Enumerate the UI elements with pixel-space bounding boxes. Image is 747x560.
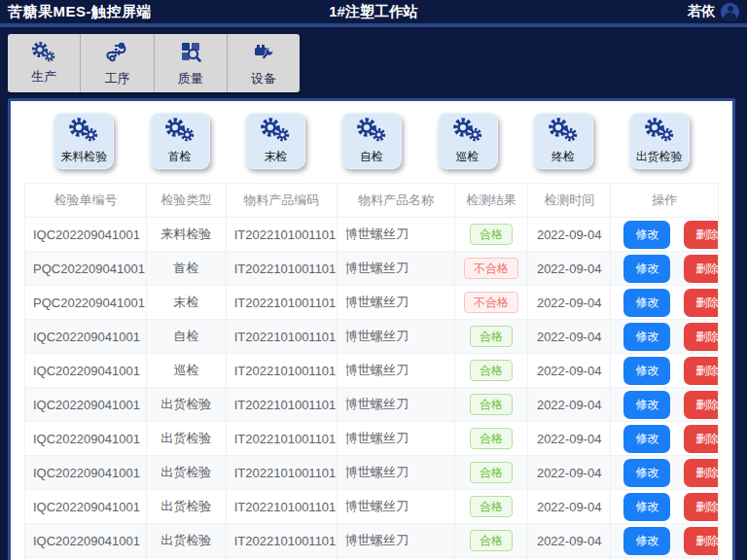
edit-button[interactable]: 修改 — [623, 391, 670, 419]
nav-item-生产[interactable]: 生产 — [8, 34, 81, 92]
delete-button[interactable]: 删除 — [684, 527, 718, 555]
cell-result: 合格 — [455, 354, 528, 388]
table-row: IQC202209041001 出货检验 IT2022101001101 博世螺… — [25, 490, 719, 524]
gears-icon — [163, 114, 196, 148]
delete-button[interactable]: 删除 — [684, 459, 718, 487]
gears-icon — [451, 114, 484, 148]
table-row: IQC202209041001 巡检 IT2022101001101 博世螺丝刀… — [25, 354, 719, 388]
cell-operation: 修改 删除 — [611, 218, 719, 252]
cell-time: 2022-09-04 — [527, 524, 611, 558]
header-operation: 操作 — [611, 184, 719, 218]
cell-result: 合格 — [455, 456, 528, 490]
cell-code: IT2022101001101 — [226, 252, 337, 286]
cell-code: IT2022101001101 — [226, 354, 337, 388]
table-row: IQC202209041001 出货检验 IT2022101001101 博世螺… — [25, 388, 719, 422]
gears-icon — [259, 114, 292, 148]
edit-button[interactable]: 修改 — [623, 255, 670, 283]
table-row: IQC202209041001 出货检验 IT2022101001101 博世螺… — [25, 422, 719, 456]
edit-button[interactable]: 修改 — [623, 425, 670, 453]
result-badge: 合格 — [470, 428, 513, 449]
table-row: IQC202209041001 出货检验 IT2022101001101 博世螺… — [25, 456, 719, 490]
username-label: 若依 — [688, 3, 715, 20]
cell-name: 博世螺丝刀 — [337, 422, 454, 456]
cell-result: 合格 — [455, 422, 528, 456]
header-order: 检验单编号 — [25, 184, 147, 218]
edit-button[interactable]: 修改 — [623, 493, 670, 521]
cell-time: 2022-09-04 — [527, 456, 611, 490]
cell-result: 合格 — [455, 490, 528, 524]
gears-icon — [31, 41, 56, 65]
cell-name: 博世螺丝刀 — [337, 252, 454, 286]
delete-button[interactable]: 删除 — [684, 255, 718, 283]
delete-button[interactable]: 删除 — [684, 425, 718, 453]
result-badge: 不合格 — [464, 258, 518, 279]
nav-item-质量[interactable]: 质量 — [155, 34, 228, 92]
cell-name: 博世螺丝刀 — [337, 320, 454, 354]
delete-button[interactable]: 删除 — [684, 493, 718, 521]
app-title: 苦糖果MES-触控屏端 — [8, 3, 152, 21]
content-panel: 来料检验 首检 末检 自检 — [8, 98, 735, 560]
inspection-button-自检[interactable]: 自检 — [341, 113, 402, 169]
header-result: 检测结果 — [455, 184, 528, 218]
cell-time: 2022-09-04 — [527, 388, 611, 422]
inspection-button-巡检[interactable]: 巡检 — [438, 113, 498, 169]
edit-button[interactable]: 修改 — [623, 459, 670, 487]
gears-icon — [643, 114, 676, 148]
inspection-button-终检[interactable]: 终检 — [533, 113, 593, 169]
edit-button[interactable]: 修改 — [623, 221, 670, 249]
cell-name: 博世螺丝刀 — [337, 490, 454, 524]
edit-button[interactable]: 修改 — [623, 323, 670, 351]
cell-name: 博世螺丝刀 — [337, 218, 454, 252]
inspection-button-来料检验[interactable]: 来料检验 — [53, 113, 114, 169]
cell-time: 2022-09-04 — [527, 218, 611, 252]
cell-order: IQC202209041001 — [25, 388, 147, 422]
table-row: PQC202209041001 末检 IT2022101001101 博世螺丝刀… — [25, 286, 719, 320]
delete-button[interactable]: 删除 — [684, 221, 718, 249]
user-menu[interactable]: 若依 — [688, 3, 739, 21]
top-bar: 苦糖果MES-触控屏端 1#注塑工作站 若依 — [0, 0, 747, 23]
nav-item-工序[interactable]: 工序 — [81, 34, 154, 92]
cell-order: IQC202209041001 — [25, 422, 147, 456]
delete-button[interactable]: 删除 — [684, 357, 718, 385]
cell-result: 合格 — [455, 218, 528, 252]
cell-order: IQC202209041001 — [25, 218, 147, 252]
inspection-button-末检[interactable]: 末检 — [245, 113, 305, 169]
header-type: 检验类型 — [146, 184, 226, 218]
cell-operation: 修改 删除 — [611, 490, 719, 524]
cell-type: 出货检验 — [146, 388, 226, 422]
inspection-button-首检[interactable]: 首检 — [150, 113, 210, 169]
cell-operation: 修改 删除 — [611, 354, 719, 388]
cell-type: 出货检验 — [146, 524, 226, 558]
result-badge: 不合格 — [464, 292, 518, 313]
cell-operation: 修改 删除 — [611, 524, 719, 558]
cell-order: IQC202209041001 — [25, 456, 147, 490]
nav-item-设备[interactable]: 设备 — [228, 34, 300, 92]
edit-button[interactable]: 修改 — [623, 289, 670, 317]
table-row: IQC202209041001 自检 IT2022101001101 博世螺丝刀… — [25, 320, 719, 354]
cell-type: 首检 — [146, 252, 226, 286]
cell-order: IQC202209041001 — [25, 490, 147, 524]
inspection-button-出货检验[interactable]: 出货检验 — [629, 113, 690, 169]
delete-button[interactable]: 删除 — [684, 391, 718, 419]
result-badge: 合格 — [470, 224, 513, 245]
cell-code: IT2022101001101 — [226, 422, 337, 456]
table-header: 检验单编号 检验类型 物料产品编码 物料产品名称 检测结果 检测时间 操作 — [25, 184, 719, 218]
edit-button[interactable]: 修改 — [623, 527, 670, 555]
cell-result: 不合格 — [455, 286, 528, 320]
cell-type: 来料检验 — [146, 218, 226, 252]
edit-button[interactable]: 修改 — [623, 357, 670, 385]
delete-button[interactable]: 删除 — [684, 323, 718, 351]
table-body: IQC202209041001 来料检验 IT2022101001101 博世螺… — [25, 218, 719, 560]
cell-code: IT2022101001101 — [226, 320, 337, 354]
cell-order: PQC202209041001 — [25, 286, 147, 320]
user-avatar-icon[interactable] — [721, 3, 739, 21]
cell-type: 出货检验 — [146, 422, 226, 456]
cell-type: 出货检验 — [146, 490, 226, 524]
cell-type: 自检 — [146, 320, 226, 354]
header-name: 物料产品名称 — [337, 184, 454, 218]
cell-operation: 修改 删除 — [611, 320, 719, 354]
delete-button[interactable]: 删除 — [684, 289, 718, 317]
cell-code: IT2022101001101 — [226, 286, 337, 320]
cell-name: 博世螺丝刀 — [337, 354, 454, 388]
cell-type: 末检 — [146, 286, 226, 320]
